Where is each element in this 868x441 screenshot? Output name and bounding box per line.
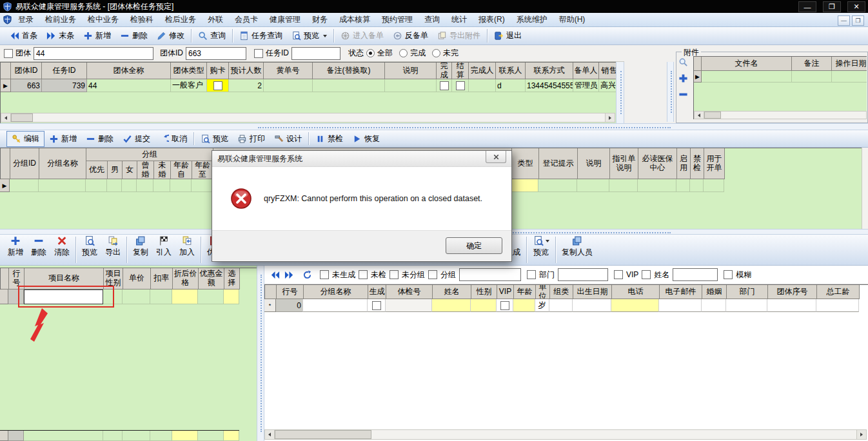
submit-button[interactable]: 提交 bbox=[118, 132, 155, 146]
menu-item-post-exam[interactable]: 检后业务 bbox=[159, 13, 202, 26]
group-filter-input[interactable] bbox=[34, 47, 153, 60]
group-checkbox[interactable] bbox=[428, 270, 437, 279]
restore-button[interactable]: ❐ bbox=[823, 1, 841, 12]
refresh-icon[interactable] bbox=[302, 270, 313, 280]
item-export-button[interactable]: 导出 bbox=[101, 235, 124, 265]
person-scroll-right[interactable] bbox=[856, 430, 866, 439]
settle-checkbox[interactable] bbox=[456, 81, 465, 90]
mdi-minimize-button[interactable]: — bbox=[838, 15, 850, 26]
exit-button[interactable]: 退出 bbox=[489, 28, 526, 43]
modify-button[interactable]: 修改 bbox=[152, 28, 189, 43]
delete-button[interactable]: 删除 bbox=[115, 28, 152, 43]
menu-item-cost[interactable]: 成本核算 bbox=[333, 13, 376, 26]
print-button[interactable]: 打印 bbox=[233, 132, 270, 146]
item-clear-button[interactable]: 清除 bbox=[50, 235, 74, 265]
not-checked-checkbox[interactable] bbox=[359, 270, 368, 279]
item-join-button[interactable]: 加入 bbox=[175, 235, 199, 265]
design-button[interactable]: 设计 bbox=[270, 132, 306, 146]
menu-item-lab[interactable]: 检验科 bbox=[124, 13, 159, 26]
upper-horizontal-splitter[interactable] bbox=[0, 123, 868, 130]
add-button[interactable]: 新增 bbox=[79, 28, 115, 43]
group-grid-vscrollbar[interactable] bbox=[862, 148, 868, 229]
minimize-button[interactable]: — bbox=[798, 1, 816, 12]
preview-button[interactable]: 预览 bbox=[287, 28, 331, 43]
task-query-button[interactable]: 任务查询 bbox=[235, 28, 287, 43]
error-dialog-titlebar[interactable]: 易联众健康管理服务系统 bbox=[212, 151, 511, 167]
mdi-restore-button[interactable]: ❐ bbox=[852, 15, 864, 26]
dialog-close-button[interactable] bbox=[486, 151, 506, 163]
item-preview-button[interactable]: 预览 bbox=[78, 235, 101, 265]
task-grid-hscrollbar[interactable] bbox=[1, 113, 615, 122]
preview-dropdown-caret[interactable] bbox=[323, 35, 327, 37]
not-generated-checkbox[interactable] bbox=[320, 270, 329, 279]
person-preview-button[interactable]: 预览 bbox=[529, 235, 553, 265]
status-all-radio[interactable] bbox=[366, 49, 375, 57]
menu-item-finance[interactable]: 财务 bbox=[306, 13, 333, 26]
group-filter-checkbox[interactable] bbox=[4, 49, 13, 58]
vip-row-checkbox[interactable] bbox=[500, 301, 509, 310]
generated-checkbox[interactable] bbox=[372, 301, 381, 310]
item-copy-button[interactable]: 复制 bbox=[129, 235, 152, 265]
menu-item-query[interactable]: 查询 bbox=[419, 13, 446, 26]
menu-item-pre-exam[interactable]: 检前业务 bbox=[39, 13, 82, 26]
attachment-splitter[interactable] bbox=[667, 62, 674, 122]
menu-item-maintenance[interactable]: 系统维护 bbox=[511, 13, 553, 26]
scroll-left-button[interactable] bbox=[1, 113, 11, 122]
vip-checkbox[interactable] bbox=[614, 270, 623, 279]
attachment-scroll-thumb[interactable] bbox=[704, 112, 721, 119]
not-grouped-checkbox[interactable] bbox=[390, 270, 399, 279]
menu-item-reports[interactable]: 报表(R) bbox=[473, 13, 511, 26]
attachment-add-icon[interactable] bbox=[678, 74, 688, 83]
menu-item-health-mgmt[interactable]: 健康管理 bbox=[264, 13, 306, 26]
query-button[interactable]: 查询 bbox=[193, 28, 230, 43]
attachment-remove-icon[interactable] bbox=[678, 90, 688, 99]
status-undone-radio[interactable] bbox=[432, 49, 440, 57]
ok-button[interactable]: 确定 bbox=[446, 237, 502, 254]
group-filter2-input[interactable] bbox=[459, 268, 521, 281]
group-id-input[interactable] bbox=[186, 47, 246, 60]
person-grid-hscrollbar[interactable] bbox=[264, 429, 867, 440]
cancel-button[interactable]: 取消 bbox=[155, 132, 192, 146]
attachment-row[interactable]: ▶ bbox=[694, 71, 867, 83]
group-preview-button[interactable]: 预览 bbox=[196, 132, 233, 146]
fuzzy-checkbox[interactable] bbox=[724, 270, 733, 279]
person-scroll-left[interactable] bbox=[265, 430, 275, 439]
task-row[interactable]: ▶ 663 739 44 一般客户 2 d 13445454555 管理员 高兴 bbox=[1, 79, 616, 92]
restore-check-button[interactable]: 恢复 bbox=[348, 132, 384, 146]
copy-person-button[interactable]: 复制人员 bbox=[558, 235, 597, 265]
scroll-thumb[interactable] bbox=[11, 113, 33, 122]
status-done-radio[interactable] bbox=[399, 49, 408, 57]
menu-item-statistics[interactable]: 统计 bbox=[446, 13, 473, 26]
first-record-button[interactable]: 首条 bbox=[5, 28, 42, 43]
close-button[interactable]: ✕ bbox=[847, 1, 865, 12]
attachment-scroll-left[interactable] bbox=[695, 112, 704, 119]
menu-item-help[interactable]: 帮助(H) bbox=[553, 13, 591, 26]
menu-item-login[interactable]: 登录 bbox=[12, 13, 39, 26]
person-scroll-thumb[interactable] bbox=[275, 430, 371, 439]
nav-prev-icon[interactable] bbox=[270, 270, 281, 280]
item-add-button[interactable]: 新增 bbox=[4, 235, 27, 265]
department-input[interactable] bbox=[558, 268, 608, 281]
menu-item-external[interactable]: 外联 bbox=[202, 13, 229, 26]
task-id-input[interactable] bbox=[291, 47, 340, 60]
person-preview-caret[interactable] bbox=[546, 240, 549, 242]
task-id-checkbox[interactable] bbox=[254, 49, 263, 58]
nav-next-icon[interactable] bbox=[284, 270, 295, 280]
name-checkbox[interactable] bbox=[642, 270, 651, 279]
group-delete-button[interactable]: 删除 bbox=[81, 132, 118, 146]
item-delete-button[interactable]: 删除 bbox=[27, 235, 50, 265]
forbid-check-button[interactable]: 禁检 bbox=[311, 132, 348, 146]
menu-item-appointment[interactable]: 预约管理 bbox=[376, 13, 419, 26]
department-checkbox[interactable] bbox=[527, 270, 536, 279]
edit-button[interactable]: 编辑 bbox=[6, 131, 44, 147]
scroll-right-button[interactable] bbox=[605, 113, 615, 122]
item-import-button[interactable]: 引入 bbox=[152, 235, 175, 265]
attachment-search-icon[interactable] bbox=[678, 57, 688, 67]
done-checkbox[interactable] bbox=[440, 81, 449, 90]
buy-card-checkbox[interactable] bbox=[213, 81, 222, 90]
grid1-attachment-splitter[interactable] bbox=[616, 62, 624, 123]
attachment-hscrollbar[interactable] bbox=[694, 111, 867, 119]
last-record-button[interactable]: 末条 bbox=[42, 28, 79, 43]
name-input[interactable] bbox=[673, 268, 718, 281]
panel-splitter[interactable] bbox=[257, 266, 264, 441]
